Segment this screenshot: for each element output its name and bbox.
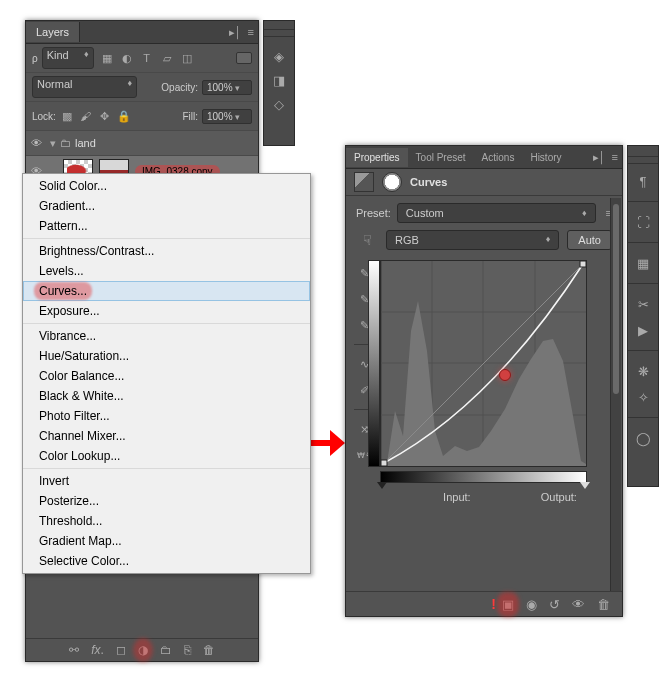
menu-posterize[interactable]: Posterize... (23, 491, 310, 511)
menu-hue-saturation[interactable]: Hue/Saturation... (23, 346, 310, 366)
tab-layers[interactable]: Layers (26, 22, 80, 42)
preset-label: Preset: (356, 207, 391, 219)
tab-tool-preset[interactable]: Tool Preset (408, 148, 474, 167)
view-previous-icon[interactable]: ◉ (526, 597, 537, 612)
menu-invert[interactable]: Invert (23, 471, 310, 491)
menu-curves[interactable]: Curves... (23, 281, 310, 301)
dock-channels-icon[interactable]: ◨ (270, 71, 288, 89)
dock-layers-icon[interactable]: ◈ (270, 47, 288, 65)
dock-circle-icon[interactable]: ◯ (634, 429, 652, 447)
layer-filter-row: ρ Kind♦ ▦ ◐ T ▱ ◫ (26, 44, 258, 73)
curve-control-point[interactable] (499, 369, 511, 381)
curves-graph[interactable] (380, 260, 587, 467)
preset-row: Preset: Custom♦ ≡ (346, 196, 622, 230)
filter-kind-select[interactable]: Kind♦ (42, 47, 94, 69)
folder-name: land (75, 137, 96, 149)
menu-selective-color[interactable]: Selective Color... (23, 551, 310, 571)
output-gradient (368, 260, 380, 467)
dock-swatches-icon[interactable]: ▦ (634, 254, 652, 272)
dock-wand-icon[interactable]: ✧ (634, 388, 652, 406)
collapse-icon[interactable]: ▸│ (229, 26, 242, 39)
filter-toggle-switch[interactable] (236, 52, 252, 64)
output-label: Output: (541, 491, 577, 503)
filter-kind-label: Kind (47, 49, 69, 67)
opacity-label: Opacity: (161, 82, 198, 93)
menu-gradient[interactable]: Gradient... (23, 196, 310, 216)
reset-icon[interactable]: ↺ (549, 597, 560, 612)
panel-menu-icon[interactable]: ≡ (248, 26, 254, 39)
dock-handle-icon[interactable] (628, 156, 658, 164)
trash-icon[interactable]: 🗑 (597, 597, 610, 612)
new-layer-icon[interactable]: ⎘ (184, 643, 191, 657)
dock-play-icon[interactable]: ▶ (634, 321, 652, 339)
collapse-icon[interactable]: ▸│ (593, 151, 606, 164)
menu-channel-mixer[interactable]: Channel Mixer... (23, 426, 310, 446)
adjustment-layer-menu: Solid Color... Gradient... Pattern... Br… (22, 173, 311, 574)
lock-pixels-icon[interactable]: 🖌 (79, 109, 93, 123)
properties-scrollbar[interactable] (610, 198, 621, 592)
menu-solid-color[interactable]: Solid Color... (23, 176, 310, 196)
menu-gradient-map[interactable]: Gradient Map... (23, 531, 310, 551)
channel-row: ☟ RGB♦ Auto (346, 230, 622, 256)
channel-value: RGB (395, 234, 419, 246)
curves-body: ✎ ✎ ✎ ∿ ✐ ⤨ ₩⚘ (346, 256, 622, 503)
dock-handle-icon[interactable] (264, 29, 294, 37)
folder-land[interactable]: 👁 ▾ 🗀 land (26, 131, 258, 156)
filter-pixels-icon[interactable]: ▦ (100, 51, 114, 65)
new-group-icon[interactable]: 🗀 (160, 643, 172, 657)
menu-brightness-contrast[interactable]: Brightness/Contrast... (23, 241, 310, 261)
blend-mode-select[interactable]: Normal♦ (32, 76, 137, 98)
fx-icon[interactable]: fx. (91, 643, 104, 657)
dock-paths-icon[interactable]: ◇ (270, 95, 288, 113)
lock-position-icon[interactable]: ✥ (98, 109, 112, 123)
toggle-visibility-icon[interactable]: 👁 (572, 597, 585, 612)
filter-shape-icon[interactable]: ▱ (160, 51, 174, 65)
properties-panel: Properties Tool Preset Actions History ▸… (345, 145, 623, 617)
link-layers-icon[interactable]: ⚯ (69, 643, 79, 657)
opacity-value: 100% (207, 82, 233, 93)
dock-scissors-icon[interactable]: ✂ (634, 295, 652, 313)
lock-all-icon[interactable]: 🔒 (117, 109, 131, 123)
properties-bottom-bar: ! ▣ ◉ ↺ 👁 🗑 (346, 591, 622, 616)
menu-exposure[interactable]: Exposure... (23, 301, 310, 321)
dock-paragraph-icon[interactable]: ¶ (634, 172, 652, 190)
channel-select[interactable]: RGB♦ (386, 230, 559, 250)
folder-disclose-icon[interactable]: ▾ (50, 137, 56, 150)
mask-icon[interactable] (382, 172, 402, 192)
menu-threshold[interactable]: Threshold... (23, 511, 310, 531)
curves-title-row: Curves (346, 169, 622, 196)
menu-vibrance[interactable]: Vibrance... (23, 326, 310, 346)
opacity-input[interactable]: 100% ▾ (202, 80, 252, 95)
svg-rect-8 (580, 261, 586, 267)
dock-wheel-icon[interactable]: ❋ (634, 362, 652, 380)
mask-icon[interactable]: ◻ (116, 643, 126, 657)
black-point-slider[interactable] (377, 482, 387, 489)
auto-button[interactable]: Auto (567, 230, 612, 250)
tab-properties[interactable]: Properties (346, 148, 408, 167)
targeted-adjustment-icon[interactable]: ☟ (356, 230, 378, 250)
adjustment-layer-icon[interactable]: ◑ (138, 643, 148, 657)
menu-pattern[interactable]: Pattern... (23, 216, 310, 236)
menu-color-lookup[interactable]: Color Lookup... (23, 446, 310, 466)
filter-adjustments-icon[interactable]: ◐ (120, 51, 134, 65)
filter-smart-icon[interactable]: ◫ (180, 51, 194, 65)
tab-actions[interactable]: Actions (474, 148, 523, 167)
fill-input[interactable]: 100% ▾ (202, 109, 252, 124)
panel-menu-icon[interactable]: ≡ (612, 151, 618, 164)
layers-tab-bar: Layers ▸│ ≡ (26, 21, 258, 44)
annotation-exclaim: ! (491, 596, 496, 612)
menu-black-white[interactable]: Black & White... (23, 386, 310, 406)
lock-transparency-icon[interactable]: ▩ (60, 109, 74, 123)
menu-photo-filter[interactable]: Photo Filter... (23, 406, 310, 426)
menu-color-balance[interactable]: Color Balance... (23, 366, 310, 386)
clip-to-layer-icon[interactable]: ▣ (502, 597, 514, 612)
white-point-slider[interactable] (580, 482, 590, 489)
filter-type-icon[interactable]: T (140, 51, 154, 65)
visibility-icon[interactable]: 👁 (26, 137, 46, 149)
menu-levels[interactable]: Levels... (23, 261, 310, 281)
trash-icon[interactable]: 🗑 (203, 643, 215, 657)
dock-navigator-icon[interactable]: ⛶ (634, 213, 652, 231)
blend-mode-value: Normal (37, 78, 72, 96)
tab-history[interactable]: History (522, 148, 569, 167)
preset-select[interactable]: Custom♦ (397, 203, 596, 223)
